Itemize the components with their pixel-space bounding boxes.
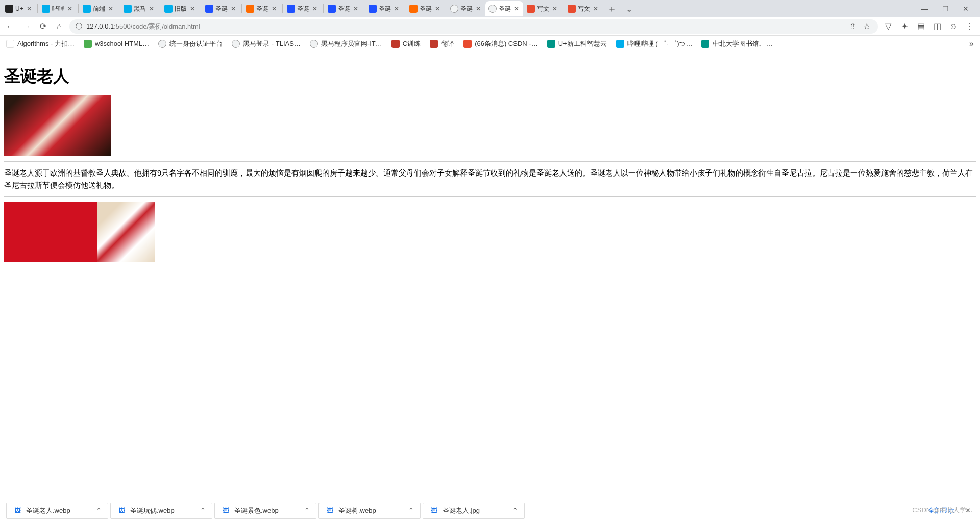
tab-title: 圣诞 xyxy=(379,5,391,13)
tab-close-icon[interactable]: ✕ xyxy=(434,5,441,12)
santa-image-1 xyxy=(4,95,111,156)
tab-close-icon[interactable]: ✕ xyxy=(592,5,599,12)
address-input[interactable]: ⓘ 127.0.0.1:5500/code/案例/oldman.html ⇪ ☆ xyxy=(69,19,878,34)
profile-icon[interactable]: ☺ xyxy=(947,20,960,33)
browser-tab[interactable]: 黑马 ✕ xyxy=(120,1,158,16)
new-tab-button[interactable]: ＋ xyxy=(605,2,619,16)
extensions-icon[interactable]: ✦ xyxy=(898,20,911,33)
page-paragraph: 圣诞老人源于欧洲的基督教圣人典故。他拥有9只名字各不相同的驯鹿，最大的烦恼是有烟… xyxy=(4,167,976,191)
tab-title: 圣诞 xyxy=(297,5,309,13)
menu-icon[interactable]: ⋮ xyxy=(964,20,976,33)
tab-favicon-icon xyxy=(42,5,50,13)
tab-close-icon[interactable]: ✕ xyxy=(513,5,520,12)
back-button[interactable]: ← xyxy=(4,20,16,33)
tab-favicon-icon xyxy=(409,5,418,13)
browser-tab[interactable]: 圣诞 ✕ xyxy=(447,1,485,16)
browser-tab[interactable]: 旧版 ✕ xyxy=(161,1,199,16)
browser-tab[interactable]: 圣诞 ✕ xyxy=(243,1,281,16)
browser-tab[interactable]: 写文 ✕ xyxy=(565,1,602,16)
tab-title: 写文 xyxy=(578,5,590,13)
share-icon[interactable]: ⇪ xyxy=(847,21,857,32)
bookmark-favicon-icon xyxy=(463,40,472,48)
bookmark-item[interactable]: 统一身份认证平台 xyxy=(158,39,223,48)
tab-close-icon[interactable]: ✕ xyxy=(271,5,278,12)
tab-title: 哔哩 xyxy=(52,5,64,13)
tab-favicon-icon xyxy=(124,5,132,13)
bookmark-item[interactable]: w3school HTML… xyxy=(84,40,149,48)
forward-button[interactable]: → xyxy=(20,20,33,33)
url-host: 127.0.0.1 xyxy=(86,22,114,30)
browser-tab[interactable]: 哔哩 ✕ xyxy=(39,1,77,16)
bookmark-item[interactable]: U+新工科智慧云 xyxy=(547,39,607,48)
bookmarks-bar: Algorithms - 力扣… w3school HTML… 统一身份认证平台… xyxy=(0,36,980,52)
browser-tab[interactable]: 圣诞 ✕ xyxy=(406,1,444,16)
tab-favicon-icon xyxy=(5,5,13,13)
maximize-button[interactable]: ☐ xyxy=(937,2,953,16)
bookmark-favicon-icon xyxy=(547,40,555,48)
browser-tab[interactable]: 圣诞 ✕ xyxy=(284,1,322,16)
reading-list-icon[interactable]: ◫ xyxy=(931,20,943,33)
tab-close-icon[interactable]: ✕ xyxy=(311,5,318,12)
browser-tab[interactable]: 圣诞 ✕ xyxy=(325,1,362,16)
tab-favicon-icon xyxy=(369,5,377,13)
sidepanel-icon[interactable]: ▤ xyxy=(915,20,927,33)
tab-title: 圣诞 xyxy=(420,5,432,13)
browser-tab[interactable]: 前端 ✕ xyxy=(80,1,117,16)
bookmark-item[interactable]: 翻译 xyxy=(430,39,454,48)
bookmark-item[interactable]: C训练 xyxy=(391,39,421,48)
bookmark-label: 翻译 xyxy=(441,39,454,48)
browser-tab[interactable]: U+ ✕ xyxy=(2,1,36,16)
tab-title: 旧版 xyxy=(175,5,187,13)
close-window-button[interactable]: ✕ xyxy=(958,2,974,16)
address-bar: ← → ⟳ ⌂ ⓘ 127.0.0.1:5500/code/案例/oldman.… xyxy=(0,17,980,36)
bookmark-item[interactable]: 哔哩哔哩 ( ゜- ゜)つ… xyxy=(616,39,693,48)
tab-dropdown-button[interactable]: ⌄ xyxy=(623,4,635,14)
tab-close-icon[interactable]: ✕ xyxy=(189,5,196,12)
tab-close-icon[interactable]: ✕ xyxy=(475,5,482,12)
bookmark-item[interactable]: (66条消息) CSDN -… xyxy=(463,39,538,48)
bookmark-favicon-icon xyxy=(701,40,709,48)
reload-button[interactable]: ⟳ xyxy=(37,20,49,33)
tab-close-icon[interactable]: ✕ xyxy=(148,5,155,12)
tab-close-icon[interactable]: ✕ xyxy=(26,5,33,12)
tab-close-icon[interactable]: ✕ xyxy=(551,5,558,12)
page-content: 圣诞老人 圣诞老人源于欧洲的基督教圣人典故。他拥有9只名字各不相同的驯鹿，最大的… xyxy=(0,52,980,266)
tab-favicon-icon xyxy=(287,5,295,13)
tab-favicon-icon xyxy=(164,5,173,13)
browser-tab[interactable]: 圣诞 ✕ xyxy=(365,1,403,16)
home-button[interactable]: ⌂ xyxy=(53,20,65,33)
tab-close-icon[interactable]: ✕ xyxy=(107,5,114,12)
bookmark-item[interactable]: 黑马程序员官网-IT… xyxy=(310,39,382,48)
minimize-button[interactable]: — xyxy=(917,2,933,16)
tab-favicon-icon xyxy=(488,5,497,13)
tab-close-icon[interactable]: ✕ xyxy=(352,5,359,12)
divider-2 xyxy=(4,196,976,197)
site-info-icon[interactable]: ⓘ xyxy=(76,22,82,31)
bookmark-label: U+新工科智慧云 xyxy=(558,39,607,48)
bookmark-item[interactable]: Algorithms - 力扣… xyxy=(6,39,75,48)
browser-tab[interactable]: 写文 ✕ xyxy=(524,1,561,16)
extension-1-icon[interactable]: ▽ xyxy=(882,20,894,33)
santa-image-2 xyxy=(4,202,155,262)
bookmark-favicon-icon xyxy=(232,40,240,48)
url-port: :5500 xyxy=(114,22,131,30)
browser-tab[interactable]: 圣诞 ✕ xyxy=(485,1,523,16)
bookmark-star-icon[interactable]: ☆ xyxy=(862,21,872,32)
bookmark-item[interactable]: 中北大学图书馆、… xyxy=(701,39,772,48)
bookmark-favicon-icon xyxy=(84,40,92,48)
bookmarks-overflow-icon[interactable]: » xyxy=(969,39,974,48)
browser-tab[interactable]: 圣诞 ✕ xyxy=(202,1,240,16)
bookmark-item[interactable]: 黑马登录 - TLIAS… xyxy=(232,39,301,48)
tab-close-icon[interactable]: ✕ xyxy=(393,5,400,12)
bookmark-favicon-icon xyxy=(6,40,14,48)
bookmark-label: (66条消息) CSDN -… xyxy=(475,39,538,48)
tab-title: 圣诞 xyxy=(338,5,350,13)
bookmark-favicon-icon xyxy=(391,40,400,48)
bookmark-favicon-icon xyxy=(310,40,318,48)
tab-close-icon[interactable]: ✕ xyxy=(230,5,237,12)
tab-title: 写文 xyxy=(537,5,549,13)
tab-favicon-icon xyxy=(328,5,336,13)
bookmark-label: 黑马登录 - TLIAS… xyxy=(243,39,301,48)
page-heading: 圣诞老人 xyxy=(4,65,976,88)
tab-close-icon[interactable]: ✕ xyxy=(66,5,74,12)
